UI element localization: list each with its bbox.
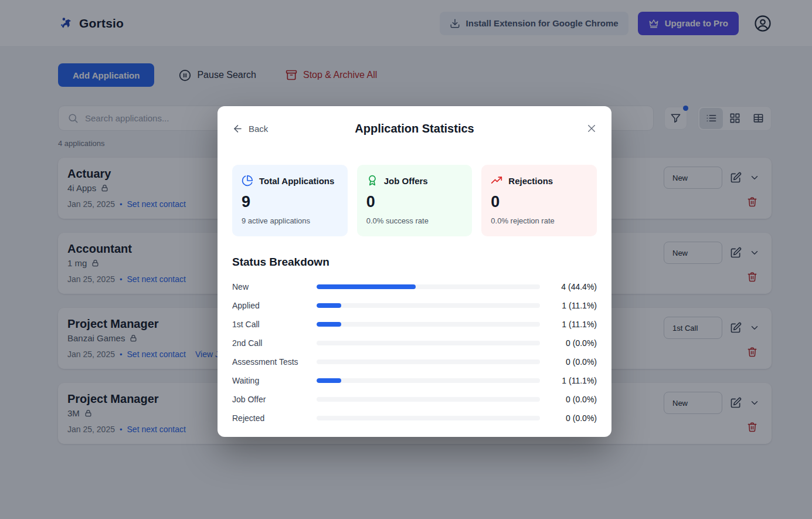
breakdown-bar-fill: [317, 284, 416, 289]
back-button[interactable]: Back: [232, 123, 268, 134]
status-breakdown-title: Status Breakdown: [232, 256, 597, 269]
stats-cards: Total Applications 9 9 active applicatio…: [232, 165, 597, 236]
breakdown-value: 0 (0.0%): [540, 413, 597, 423]
breakdown-label: Applied: [232, 301, 317, 310]
breakdown-value: 0 (0.0%): [540, 338, 597, 348]
breakdown-bar-track: [317, 359, 540, 364]
modal-title: Application Statistics: [232, 122, 597, 135]
breakdown-row: 2nd Call 0 (0.0%): [232, 334, 597, 352]
breakdown-row: New 4 (44.4%): [232, 277, 597, 296]
breakdown-label: Job Offer: [232, 395, 317, 404]
breakdown-value: 1 (11.1%): [540, 301, 597, 310]
stat-value: 0: [366, 193, 463, 211]
breakdown-row: Applied 1 (11.1%): [232, 296, 597, 315]
stat-card: Job Offers 0 0.0% success rate: [357, 165, 473, 236]
application-statistics-modal: Back Application Statistics Total Applic…: [218, 106, 611, 437]
breakdown-bar-track: [317, 284, 540, 289]
stat-label: Rejections: [508, 176, 553, 186]
trending-up-icon: [491, 175, 502, 186]
app-root: Gortsio Install Extension for Google Chr…: [0, 0, 812, 519]
breakdown-label: Assessment Tests: [232, 357, 317, 367]
breakdown-row: Waiting 1 (11.1%): [232, 371, 597, 390]
breakdown-label: Waiting: [232, 376, 317, 385]
breakdown-bar-fill: [317, 378, 341, 383]
stat-value: 0: [491, 193, 587, 211]
breakdown-row: Rejected 0 (0.0%): [232, 409, 597, 428]
back-label: Back: [249, 124, 268, 134]
breakdown-bar-track: [317, 322, 540, 327]
breakdown-value: 0 (0.0%): [540, 395, 597, 404]
breakdown-value: 1 (11.1%): [540, 320, 597, 329]
stat-subtext: 0.0% success rate: [366, 216, 463, 225]
stat-label: Total Applications: [259, 176, 334, 186]
breakdown-bar-fill: [317, 303, 341, 308]
award-icon: [366, 175, 378, 186]
breakdown-label: 2nd Call: [232, 338, 317, 348]
breakdown-bar-track: [317, 416, 540, 420]
stat-card: Rejections 0 0.0% rejection rate: [481, 165, 597, 236]
stat-subtext: 0.0% rejection rate: [491, 216, 587, 225]
breakdown-row: Assessment Tests 0 (0.0%): [232, 352, 597, 371]
stat-card: Total Applications 9 9 active applicatio…: [232, 165, 348, 236]
breakdown-value: 1 (11.1%): [540, 376, 597, 385]
status-breakdown-rows: New 4 (44.4%) Applied 1 (11.1%) 1st Call: [232, 277, 597, 428]
breakdown-bar-track: [317, 397, 540, 402]
stat-value: 9: [242, 193, 338, 211]
breakdown-bar-track: [317, 303, 540, 308]
breakdown-value: 4 (44.4%): [540, 282, 597, 291]
breakdown-label: New: [232, 282, 317, 291]
breakdown-label: 1st Call: [232, 320, 317, 329]
breakdown-bar-fill: [317, 322, 341, 327]
breakdown-row: 1st Call 1 (11.1%): [232, 315, 597, 334]
arrow-left-icon: [232, 123, 243, 134]
pie-chart-icon: [242, 175, 253, 186]
stat-label: Job Offers: [384, 176, 428, 186]
stat-subtext: 9 active applications: [242, 216, 338, 225]
breakdown-row: Job Offer 0 (0.0%): [232, 390, 597, 409]
breakdown-value: 0 (0.0%): [540, 357, 597, 367]
modal-header: Back Application Statistics: [232, 106, 597, 151]
breakdown-bar-track: [317, 378, 540, 383]
breakdown-label: Rejected: [232, 413, 317, 423]
breakdown-bar-track: [317, 341, 540, 345]
close-icon[interactable]: [586, 123, 597, 134]
